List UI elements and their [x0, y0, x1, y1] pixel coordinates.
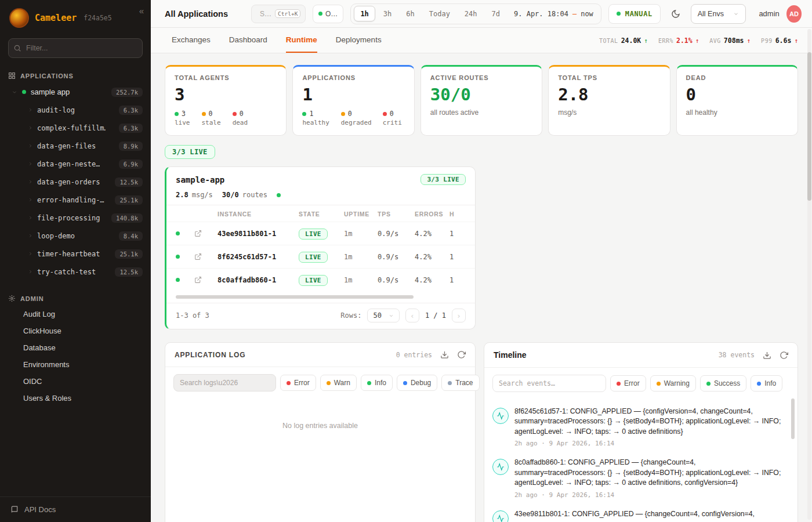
scrollbar-thumb[interactable]	[807, 52, 811, 201]
admin-section-label: ADMIN	[20, 295, 44, 302]
prev-page-button[interactable]: ‹	[405, 309, 419, 322]
sidebar-item-audit-log[interactable]: Audit Log	[0, 306, 151, 322]
sidebar: Cameleer f24a5e5 « APPLICATIONS sample a…	[0, 0, 151, 522]
timeline-search-input[interactable]	[492, 375, 606, 392]
dead-dot	[233, 112, 237, 116]
sidebar-item-environments[interactable]: Environments	[0, 356, 151, 373]
page-scrollbar[interactable]	[807, 29, 811, 520]
timeline-events-count: 38 events	[719, 351, 755, 359]
range-3h[interactable]: 3h	[377, 6, 398, 21]
tree-item-label: error-handling-…	[37, 196, 104, 204]
instance-row[interactable]: 8f6245c61d57-1 LIVE 1m 0.9/s 4.2% 1	[166, 245, 475, 268]
instance-row[interactable]: 8c0affadb860-1 LIVE 1m 0.9/s 4.2% 1	[166, 268, 475, 291]
chevron-right-icon	[28, 215, 33, 220]
instance-id: 43ee9811b801-1	[217, 230, 299, 238]
range-1h[interactable]: 1h	[354, 6, 375, 21]
application-name[interactable]: sample-app	[176, 175, 224, 184]
application-card: sample-app 3/3 LIVE 2.8msg/s 30/0routes …	[165, 166, 476, 329]
filter-debug[interactable]: Debug	[397, 375, 437, 391]
refresh-icon[interactable]	[780, 351, 788, 360]
timeline-scrollbar[interactable]	[791, 398, 795, 522]
overview-live-pill: 3/3 LIVE	[165, 145, 215, 159]
rows-per-page-select[interactable]: 50	[367, 309, 399, 322]
tree-item-label: data-gen-files	[37, 142, 96, 150]
horizontal-scrollbar[interactable]	[176, 295, 466, 299]
chevron-right-icon	[28, 251, 33, 256]
applications-section-header: APPLICATIONS	[0, 68, 151, 83]
filter-error[interactable]: Error	[280, 375, 316, 391]
online-status-label: O…	[325, 10, 338, 18]
api-docs-link[interactable]: API Docs	[0, 496, 151, 522]
global-search-button[interactable]: S… Ctrl+K	[251, 5, 306, 23]
sidebar-tree-item[interactable]: file-processing 140.8k	[0, 209, 151, 227]
sidebar-filter	[8, 38, 143, 58]
download-icon[interactable]	[763, 351, 771, 360]
online-status-chip[interactable]: O…	[313, 5, 343, 23]
manual-refresh-button[interactable]: MANUAL	[608, 4, 661, 24]
timeline-event[interactable]: 8f6245c61d57-1: CONFIG_APPLIED — {config…	[492, 401, 787, 452]
range-today[interactable]: Today	[423, 6, 456, 21]
tab-deployments[interactable]: Deployments	[336, 28, 382, 53]
external-link-icon[interactable]	[194, 230, 217, 237]
timeline-event[interactable]: 43ee9811b801-1: CONFIG_APPLIED — {change…	[492, 504, 787, 522]
filter-info[interactable]: Info	[361, 375, 393, 391]
admin-item-label: Environments	[23, 360, 69, 369]
sidebar-tree-item[interactable]: try-catch-test 12.5k	[0, 263, 151, 281]
sidebar-tree-item[interactable]: data-gen-files 8.9k	[0, 137, 151, 155]
avatar[interactable]: AD	[786, 5, 802, 23]
filter-success[interactable]: Success	[700, 375, 746, 392]
scrollbar-thumb[interactable]	[176, 295, 414, 299]
table-footer: 1-3 of 3 Rows: 50 ‹ 1 / 1 ›	[166, 303, 475, 329]
range-7d[interactable]: 7d	[485, 6, 506, 21]
sidebar-tree-item[interactable]: audit-log 6.3k	[0, 101, 151, 119]
tps-value: 0.9/s	[378, 230, 415, 238]
log-search-input[interactable]	[173, 374, 276, 392]
tab-runtime[interactable]: Runtime	[286, 28, 317, 53]
range-24h[interactable]: 24h	[458, 6, 484, 21]
health-value: 1	[449, 253, 463, 261]
sidebar-item-clickhouse[interactable]: ClickHouse	[0, 322, 151, 339]
tab-dashboard[interactable]: Dashboard	[229, 28, 267, 53]
filter-warning[interactable]: Warning	[650, 375, 696, 392]
sidebar-tree-item[interactable]: timer-heartbeat 25.1k	[0, 245, 151, 263]
instance-row[interactable]: 43ee9811b801-1 LIVE 1m 0.9/s 4.2% 1	[166, 222, 475, 245]
external-link-icon[interactable]	[194, 253, 217, 260]
chevron-down-icon	[733, 11, 739, 17]
stat-card-subtitle: all routes active	[430, 108, 532, 117]
application-live-pill: 3/3 LIVE	[420, 174, 466, 185]
scrollbar-thumb[interactable]	[791, 398, 795, 439]
filter-warn[interactable]: Warn	[320, 375, 357, 391]
download-icon[interactable]	[440, 350, 449, 359]
sidebar-tree-item[interactable]: loop-demo 8.4k	[0, 227, 151, 245]
filter-info[interactable]: Info	[751, 375, 782, 392]
tab-exchanges[interactable]: Exchanges	[172, 28, 211, 53]
sidebar-item-oidc[interactable]: OIDC	[0, 373, 151, 390]
sidebar-item-users-roles[interactable]: Users & Roles	[0, 390, 151, 407]
external-link-icon[interactable]	[194, 276, 217, 284]
sidebar-tree-item[interactable]: complex-fulfillm… 6.3k	[0, 119, 151, 137]
sidebar-tree-item[interactable]: data-gen-orders 12.5k	[0, 173, 151, 191]
range-end: now	[581, 10, 593, 18]
kpi-p99: P996.6s↑	[761, 37, 798, 45]
filter-input[interactable]	[8, 38, 143, 58]
environment-select[interactable]: All Envs	[691, 4, 746, 24]
range-6h[interactable]: 6h	[400, 6, 420, 21]
filter-trace[interactable]: Trace	[441, 375, 479, 391]
instance-status-dot	[176, 278, 180, 282]
sidebar-tree-item[interactable]: data-gen-neste… 6.9k	[0, 155, 151, 173]
dark-mode-toggle[interactable]	[668, 5, 684, 23]
kpi-avg: AVG708ms↑	[709, 37, 751, 45]
tps-value: 0.9/s	[378, 276, 415, 284]
sidebar-collapse-button[interactable]: «	[139, 6, 144, 16]
filter-error[interactable]: Error	[610, 375, 646, 392]
stat-cards-row: TOTAL AGENTS 3 3live 0stale 0dead APPLIC…	[165, 65, 798, 136]
sidebar-tree-item[interactable]: error-handling-… 25.1k	[0, 191, 151, 209]
refresh-icon[interactable]	[457, 350, 466, 359]
timeline-event[interactable]: 8c0affadb860-1: CONFIG_APPLIED — {change…	[492, 452, 787, 503]
range-dates[interactable]: 9. Apr. 18:04 — now	[514, 10, 593, 18]
tree-item-count: 6.9k	[119, 160, 143, 169]
next-page-button[interactable]: ›	[452, 309, 466, 322]
sidebar-item-database[interactable]: Database	[0, 339, 151, 356]
log-entries-count: 0 entries	[396, 351, 432, 359]
sidebar-item-sample-app[interactable]: sample app 252.7k	[0, 83, 151, 101]
